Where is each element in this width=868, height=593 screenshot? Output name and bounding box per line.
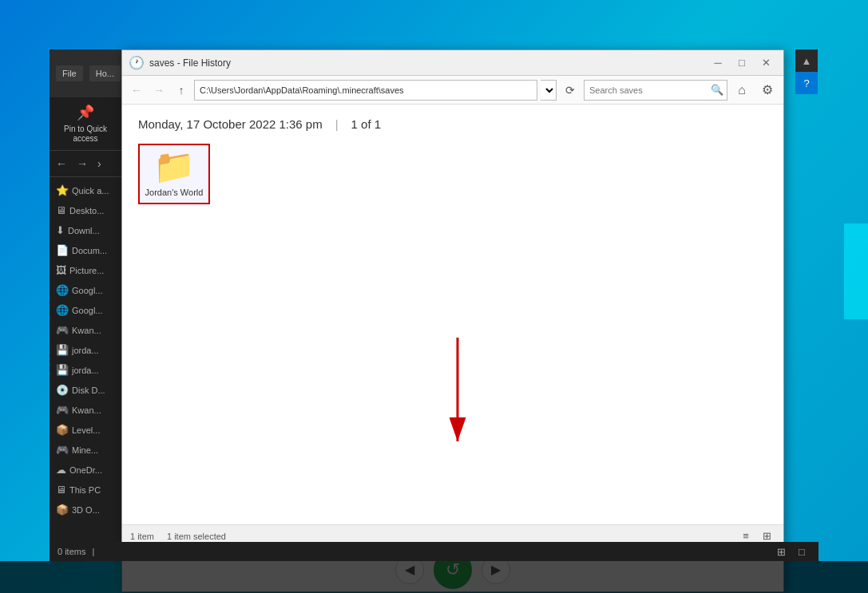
sidebar-item[interactable]: 🎮Kwan... bbox=[50, 400, 121, 420]
sidebar-item-icon: 🌐 bbox=[56, 304, 69, 316]
sidebar-item-icon: 🖥 bbox=[56, 484, 66, 496]
nav-arrows: ← → › bbox=[50, 151, 121, 177]
search-input[interactable] bbox=[585, 85, 707, 95]
sidebar-item[interactable]: 🖼Picture... bbox=[50, 260, 121, 280]
sidebar-item-label: Docum... bbox=[72, 246, 107, 255]
sidebar-item-icon: 🖥 bbox=[56, 204, 66, 216]
sidebar-item-label: Quick a... bbox=[72, 186, 109, 196]
window-icon: 🕐 bbox=[129, 55, 145, 70]
sidebar-item-label: Level... bbox=[72, 425, 100, 435]
address-input[interactable] bbox=[194, 80, 537, 101]
sidebar-item[interactable]: 📦3D O... bbox=[50, 500, 121, 520]
bottom-separator: | bbox=[92, 547, 94, 556]
file-tab[interactable]: File bbox=[56, 65, 83, 81]
settings-btn[interactable]: ⚙ bbox=[756, 80, 779, 101]
chevron-btn[interactable]: › bbox=[94, 156, 105, 172]
forward-btn[interactable]: → bbox=[73, 156, 91, 172]
minimize-btn[interactable]: ─ bbox=[707, 53, 729, 73]
sidebar-item[interactable]: 🎮Mine... bbox=[50, 440, 121, 460]
help-btn[interactable]: ? bbox=[795, 72, 818, 94]
sidebar-item[interactable]: 🌐Googl... bbox=[50, 280, 121, 300]
sidebar-item[interactable]: 🖥This PC bbox=[50, 480, 121, 500]
date-separator: | bbox=[335, 117, 339, 131]
sidebar-items: ⭐Quick a...🖥Deskto...⬇Downl...📄Docum...🖼… bbox=[50, 177, 121, 523]
sidebar-item[interactable]: 📦Level... bbox=[50, 420, 121, 440]
sidebar-item-icon: ☁ bbox=[56, 464, 66, 476]
sidebar-item-label: Kwan... bbox=[72, 405, 101, 415]
sidebar-item[interactable]: 📄Docum... bbox=[50, 240, 121, 260]
bs-btn-1[interactable]: ⊞ bbox=[772, 543, 790, 560]
sidebar-item-icon: ⭐ bbox=[56, 184, 69, 196]
sidebar-item-icon: 🎮 bbox=[56, 404, 69, 416]
sidebar-item-label: This PC bbox=[69, 485, 101, 495]
content-area: Monday, 17 October 2022 1:36 pm | 1 of 1… bbox=[122, 105, 783, 524]
sidebar-item[interactable]: ⭐Quick a... bbox=[50, 180, 121, 200]
pin-area: 📌 Pin to Quick access bbox=[50, 97, 121, 151]
folder-name: Jordan's World bbox=[145, 187, 204, 198]
refresh-btn[interactable]: ⟳ bbox=[560, 80, 581, 101]
files-grid: 📁 Jordan's World bbox=[138, 144, 767, 512]
help-btn-area: ▲ ? bbox=[795, 49, 818, 94]
sidebar-item[interactable]: 💾jorda... bbox=[50, 340, 121, 360]
home-btn[interactable]: ⌂ bbox=[731, 80, 753, 101]
sidebar-item-icon: 🎮 bbox=[56, 324, 69, 336]
folder-icon: 📁 bbox=[153, 150, 195, 184]
addr-up-btn[interactable]: ↑ bbox=[172, 81, 191, 100]
sidebar-item-icon: 📦 bbox=[56, 504, 69, 516]
bottom-status-right: ⊞ □ bbox=[772, 543, 811, 560]
sidebar-item-icon: 📦 bbox=[56, 424, 69, 436]
pin-icon: 📌 bbox=[77, 104, 94, 121]
address-dropdown[interactable] bbox=[541, 80, 557, 101]
close-btn[interactable]: ✕ bbox=[755, 53, 777, 73]
sidebar-item-label: Googl... bbox=[72, 286, 103, 295]
taskbar bbox=[0, 561, 868, 593]
bottom-items-label: 0 items bbox=[57, 547, 85, 556]
sidebar-item-label: Downl... bbox=[68, 226, 100, 235]
ribbon: File Ho... bbox=[50, 49, 121, 97]
sidebar-item[interactable]: 💾jorda... bbox=[50, 360, 121, 380]
win-sidebar: File Ho... 📌 Pin to Quick access ← → › ⭐… bbox=[50, 49, 121, 561]
up-scroll-btn[interactable]: ▲ bbox=[795, 49, 818, 72]
sidebar-item-label: jorda... bbox=[72, 346, 99, 355]
sidebar-item[interactable]: ☁OneDr... bbox=[50, 460, 121, 480]
pin-label: Pin to Quick access bbox=[53, 125, 118, 144]
sidebar-item-label: Googl... bbox=[72, 306, 103, 315]
selected-count: 1 item selected bbox=[167, 532, 226, 541]
sidebar-item-label: Picture... bbox=[69, 266, 104, 275]
folder-item[interactable]: 📁 Jordan's World bbox=[138, 144, 210, 204]
page-info: 1 of 1 bbox=[351, 117, 382, 131]
addr-back-btn[interactable]: ← bbox=[127, 81, 146, 100]
sidebar-item-icon: ⬇ bbox=[56, 224, 65, 236]
sidebar-item[interactable]: ⬇Downl... bbox=[50, 220, 121, 240]
title-bar-controls: ─ □ ✕ bbox=[707, 53, 777, 73]
title-bar: 🕐 saves - File History ─ □ ✕ bbox=[122, 50, 783, 76]
search-btn[interactable]: 🔍 bbox=[707, 81, 727, 100]
bs-btn-2[interactable]: □ bbox=[793, 543, 811, 560]
sidebar-item-icon: 🖼 bbox=[56, 264, 66, 276]
sidebar-item-label: OneDr... bbox=[69, 465, 102, 475]
sidebar-item[interactable]: 🎮Kwan... bbox=[50, 320, 121, 340]
sidebar-item-icon: 🎮 bbox=[56, 444, 69, 456]
cyan-accent bbox=[844, 223, 868, 319]
back-btn[interactable]: ← bbox=[53, 156, 70, 172]
maximize-btn[interactable]: □ bbox=[731, 53, 753, 73]
sidebar-item[interactable]: 🖥Deskto... bbox=[50, 200, 121, 220]
sidebar-item-icon: 🌐 bbox=[56, 284, 69, 296]
sidebar-item-icon: 💿 bbox=[56, 384, 69, 396]
sidebar-item[interactable]: 🌐Googl... bbox=[50, 300, 121, 320]
sidebar-item-icon: 💾 bbox=[56, 344, 69, 356]
address-bar: ← → ↑ ⟳ 🔍 ⌂ ⚙ bbox=[122, 76, 783, 105]
window-title: saves - File History bbox=[149, 57, 707, 69]
sidebar-item-label: Kwan... bbox=[72, 326, 101, 335]
file-history-window: 🕐 saves - File History ─ □ ✕ ← → ↑ ⟳ 🔍 ⌂… bbox=[121, 49, 784, 592]
sidebar-item-icon: 💾 bbox=[56, 364, 69, 376]
search-box: 🔍 bbox=[584, 80, 727, 101]
addr-forward-btn[interactable]: → bbox=[149, 81, 168, 100]
sidebar-item-label: 3D O... bbox=[72, 505, 100, 515]
sidebar-item-label: Deskto... bbox=[69, 206, 104, 215]
status-left: 1 item 1 item selected bbox=[130, 532, 226, 541]
sidebar-item[interactable]: 💿Disk D... bbox=[50, 380, 121, 400]
date-text: Monday, 17 October 2022 1:36 pm bbox=[138, 117, 323, 131]
item-count: 1 item bbox=[130, 532, 154, 541]
home-tab[interactable]: Ho... bbox=[89, 65, 121, 81]
